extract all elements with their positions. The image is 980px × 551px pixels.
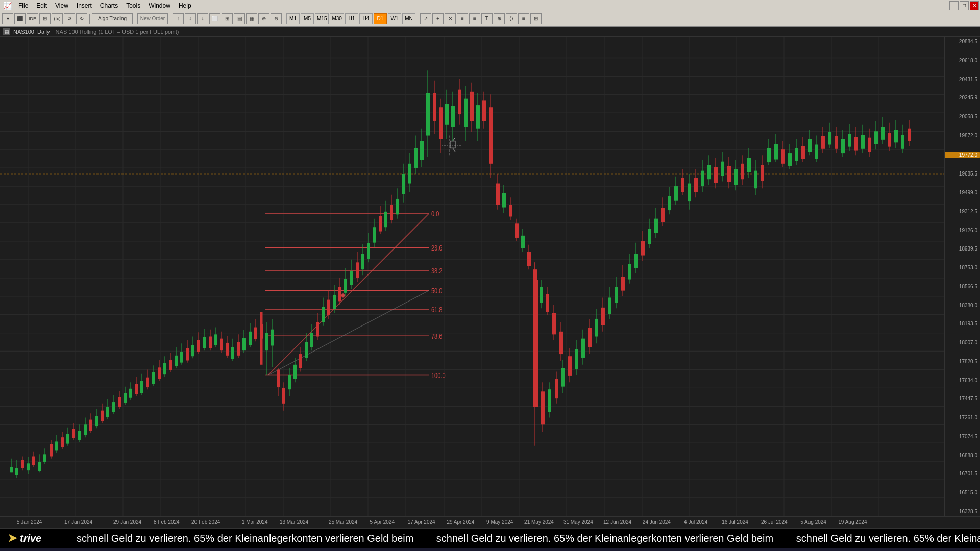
svg-rect-202 bbox=[396, 199, 399, 214]
price-18753: 18753.0 bbox=[945, 265, 980, 270]
svg-text:50.0: 50.0 bbox=[431, 286, 442, 295]
time-24jun: 24 Jun 2024 bbox=[643, 519, 671, 525]
tf-h4[interactable]: H4 bbox=[359, 13, 373, 24]
svg-rect-158 bbox=[271, 330, 274, 346]
price-20431: 20431.5 bbox=[945, 77, 980, 82]
svg-rect-196 bbox=[379, 216, 382, 231]
svg-rect-314 bbox=[727, 166, 731, 182]
svg-rect-136 bbox=[209, 337, 212, 349]
menu-view[interactable]: View bbox=[51, 1, 72, 10]
price-19499: 19499.0 bbox=[945, 190, 980, 195]
svg-rect-150 bbox=[249, 332, 252, 345]
zoom-default-button[interactable]: ↓ bbox=[197, 13, 208, 24]
time-29jan: 29 Jan 2024 bbox=[113, 519, 141, 525]
tf-h1[interactable]: H1 bbox=[345, 13, 358, 24]
svg-rect-234 bbox=[496, 184, 500, 205]
cursor-tool[interactable]: ↗ bbox=[420, 13, 431, 24]
zoom-in-button[interactable]: ↑ bbox=[173, 13, 184, 24]
svg-rect-320 bbox=[747, 158, 751, 172]
price-17074: 17074.5 bbox=[945, 434, 980, 439]
maximize-button[interactable]: □ bbox=[960, 1, 969, 10]
menu-file[interactable]: File bbox=[14, 1, 32, 10]
svg-rect-362 bbox=[888, 133, 891, 147]
svg-rect-220 bbox=[451, 106, 455, 127]
chart-container[interactable]: 0.0 23.6 38.2 50.0 61.8 78.6 100.0 bbox=[0, 37, 980, 516]
price-17634: 17634.0 bbox=[945, 378, 980, 383]
svg-text:61.8: 61.8 bbox=[431, 306, 442, 314]
svg-rect-70 bbox=[21, 460, 24, 468]
svg-rect-218 bbox=[445, 104, 449, 124]
tf-d1[interactable]: D1 bbox=[374, 13, 387, 24]
new-order-button[interactable]: New Order bbox=[137, 13, 168, 24]
menu-window[interactable]: Window bbox=[144, 1, 175, 10]
svg-rect-228 bbox=[476, 105, 480, 129]
ide-button[interactable]: IDE bbox=[27, 13, 38, 24]
new-chart-button[interactable]: ⬛ bbox=[14, 13, 26, 24]
svg-rect-96 bbox=[95, 416, 98, 426]
indicators-button[interactable]: ⊞ bbox=[39, 13, 51, 24]
fib-tool[interactable]: ≡ bbox=[518, 13, 529, 24]
tf-m15[interactable]: M15 bbox=[315, 13, 329, 24]
time-31may: 31 May 2024 bbox=[564, 519, 593, 525]
svg-rect-332 bbox=[788, 153, 792, 166]
svg-rect-360 bbox=[881, 127, 885, 140]
tf-m5[interactable]: M5 bbox=[301, 13, 314, 24]
svg-rect-146 bbox=[237, 342, 240, 356]
svg-rect-198 bbox=[384, 212, 387, 227]
time-5aug: 5 Aug 2024 bbox=[800, 519, 826, 525]
tf-m30[interactable]: M30 bbox=[330, 13, 344, 24]
zoom-in-chart[interactable]: ⊕ bbox=[258, 13, 270, 24]
svg-rect-286 bbox=[634, 254, 638, 268]
tf-w1[interactable]: W1 bbox=[388, 13, 401, 24]
crosshair-tool[interactable]: + bbox=[432, 13, 444, 24]
objects-list[interactable]: ⊞ bbox=[530, 13, 542, 24]
separator-4 bbox=[284, 14, 284, 24]
menu-insert[interactable]: Insert bbox=[72, 1, 96, 10]
minimize-button[interactable]: _ bbox=[949, 1, 959, 10]
svg-rect-214 bbox=[433, 93, 436, 121]
tf-mn[interactable]: MN bbox=[402, 13, 415, 24]
price-18193: 18193.5 bbox=[945, 321, 980, 327]
arrow-tool[interactable]: ⊕ bbox=[494, 13, 505, 24]
svg-rect-164 bbox=[288, 375, 291, 390]
delete-tool[interactable]: ✕ bbox=[445, 13, 456, 24]
svg-rect-230 bbox=[482, 100, 486, 121]
channel-tool[interactable]: ⟨⟩ bbox=[506, 13, 517, 24]
hline-tool[interactable]: ≡ bbox=[469, 13, 480, 24]
svg-rect-272 bbox=[588, 328, 592, 347]
candlestick-button[interactable]: ⊞ bbox=[222, 13, 233, 24]
menu-edit[interactable]: Edit bbox=[32, 1, 51, 10]
menu-charts[interactable]: Charts bbox=[96, 1, 122, 10]
svg-rect-330 bbox=[781, 149, 785, 164]
area-chart-button[interactable]: ▦ bbox=[246, 13, 257, 24]
text-tool[interactable]: T bbox=[481, 13, 493, 24]
line-chart-button[interactable]: ▤ bbox=[234, 13, 245, 24]
zoom-out-chart[interactable]: ⊖ bbox=[271, 13, 282, 24]
zoom-out-button[interactable]: ↕ bbox=[185, 13, 196, 24]
price-16701: 16701.5 bbox=[945, 471, 980, 477]
undo-button[interactable]: ↺ bbox=[64, 13, 75, 24]
redo-button[interactable]: ↻ bbox=[76, 13, 87, 24]
line-tool[interactable]: ≡ bbox=[457, 13, 468, 24]
close-button[interactable]: ✕ bbox=[970, 1, 979, 10]
svg-rect-238 bbox=[509, 205, 512, 217]
svg-rect-200 bbox=[390, 205, 393, 220]
svg-rect-212 bbox=[426, 93, 430, 136]
chart-info-bar: ▤ NAS100, Daily NAS 100 Rolling (1 LOT =… bbox=[0, 27, 980, 37]
time-12jun: 12 Jun 2024 bbox=[603, 519, 631, 525]
algo-trading-button[interactable]: Algo Trading bbox=[92, 13, 133, 24]
svg-rect-80 bbox=[50, 444, 53, 457]
svg-rect-252 bbox=[552, 313, 556, 334]
svg-rect-180 bbox=[333, 295, 336, 309]
tf-m1[interactable]: M1 bbox=[286, 13, 300, 24]
time-4jul: 4 Jul 2024 bbox=[684, 519, 707, 525]
menu-tools[interactable]: Tools bbox=[122, 1, 144, 10]
chart-type-dropdown[interactable]: ▾ bbox=[2, 13, 13, 24]
svg-rect-364 bbox=[894, 130, 898, 142]
scripts-button[interactable]: (fx) bbox=[52, 13, 63, 24]
svg-rect-282 bbox=[621, 277, 625, 291]
svg-rect-94 bbox=[89, 420, 92, 431]
bar-chart-button[interactable]: ⬜ bbox=[209, 13, 220, 24]
menu-help[interactable]: Help bbox=[175, 1, 195, 10]
price-18939: 18939.5 bbox=[945, 246, 980, 252]
